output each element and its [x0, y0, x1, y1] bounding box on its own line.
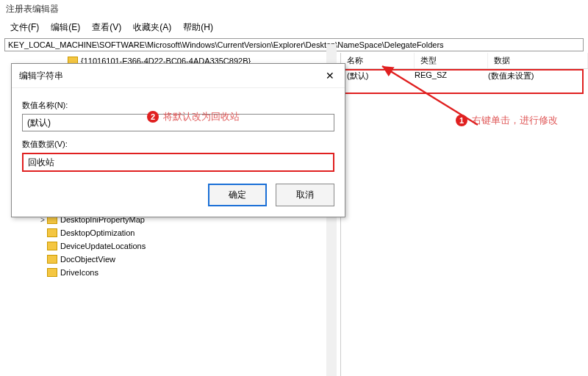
value-name-label: 数值名称(N):: [22, 100, 334, 111]
cell-type: REG_SZ: [415, 70, 488, 82]
tree-item-label: DesktopOptimization: [60, 228, 135, 237]
cell-data: (数值未设置): [488, 70, 588, 82]
tree-item-label: DocObjectView: [60, 255, 115, 264]
menu-view[interactable]: 查看(V): [87, 20, 126, 35]
tree-item[interactable]: DocObjectView: [3, 253, 340, 266]
menu-edit[interactable]: 编辑(E): [46, 20, 85, 35]
col-name[interactable]: 名称: [341, 53, 415, 68]
tree-item[interactable]: DesktopOptimization: [3, 226, 340, 239]
value-name-input[interactable]: [22, 114, 334, 131]
list-header: 名称 类型 数据: [341, 53, 588, 69]
tree-item[interactable]: DeviceUpdateLocations: [3, 239, 340, 253]
dialog-title: 编辑字符串: [19, 70, 63, 82]
menu-help[interactable]: 帮助(H): [179, 20, 218, 35]
value-data-input[interactable]: [22, 153, 334, 172]
value-list: 名称 类型 数据 (默认) REG_SZ (数值未设置): [341, 53, 588, 376]
folder-icon: [47, 255, 57, 264]
value-data-label: 数值数据(V):: [22, 139, 334, 150]
window-title: 注册表编辑器: [0, 0, 588, 18]
folder-icon: [47, 228, 57, 237]
address-bar[interactable]: KEY_LOCAL_MACHINE\SOFTWARE\Microsoft\Win…: [4, 38, 584, 51]
tree-item-label: DriveIcons: [60, 268, 98, 277]
edit-string-dialog: 编辑字符串 ✕ 数值名称(N): 数值数据(V): 确定 取消: [11, 63, 345, 217]
menu-file[interactable]: 文件(F): [6, 20, 43, 35]
cancel-button[interactable]: 取消: [276, 184, 334, 206]
cell-name: (默认): [341, 70, 415, 82]
menu-favorites[interactable]: 收藏夹(A): [129, 20, 176, 35]
close-icon[interactable]: ✕: [323, 68, 337, 83]
tree-item[interactable]: DriveIcons: [3, 266, 340, 279]
folder-icon: [47, 242, 57, 250]
col-type[interactable]: 类型: [415, 53, 488, 68]
ok-button[interactable]: 确定: [208, 184, 267, 206]
folder-icon: [47, 268, 57, 277]
list-row[interactable]: (默认) REG_SZ (数值未设置): [341, 69, 588, 83]
col-data[interactable]: 数据: [488, 53, 588, 68]
tree-item-label: DeviceUpdateLocations: [60, 242, 146, 250]
menu-bar: 文件(F) 编辑(E) 查看(V) 收藏夹(A) 帮助(H): [0, 18, 588, 37]
